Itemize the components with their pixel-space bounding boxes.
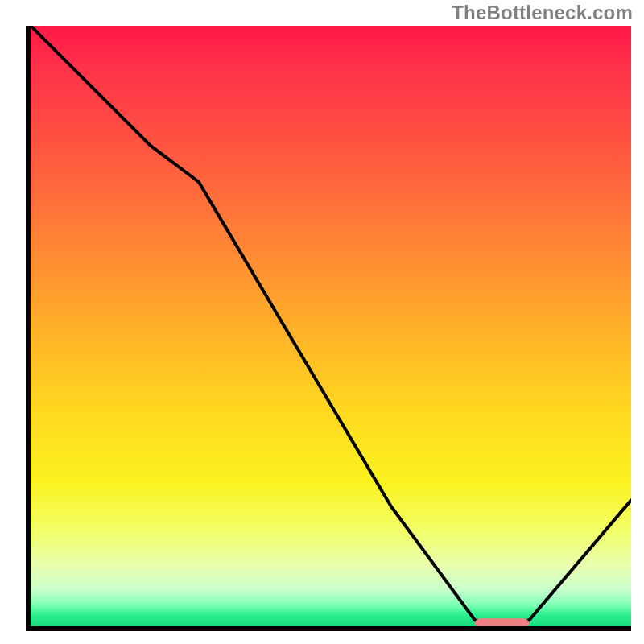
optimum-marker	[475, 618, 529, 626]
chart-stage: TheBottleneck.com	[0, 0, 644, 644]
plot-area	[26, 26, 631, 631]
bottleneck-curve-path	[31, 26, 631, 623]
watermark-text: TheBottleneck.com	[452, 2, 633, 24]
curve-layer	[31, 26, 631, 626]
